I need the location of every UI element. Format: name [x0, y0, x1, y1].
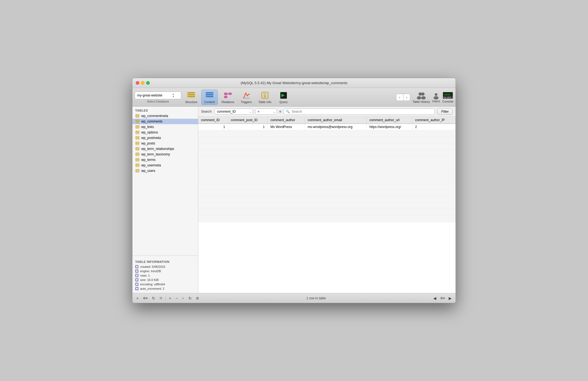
- table-item-wp-posts[interactable]: wp_posts: [132, 141, 198, 146]
- table-item-wp-links[interactable]: wp_links: [132, 124, 198, 130]
- toolbar-btn-triggers[interactable]: Triggers: [238, 90, 255, 105]
- col-header-comment-author-ip[interactable]: comment_author_IP: [412, 117, 456, 124]
- toolbar-right: ‹ › Table History Users: [396, 91, 453, 103]
- nav-left-button[interactable]: ◀: [432, 295, 438, 301]
- svg-rect-10: [224, 96, 227, 98]
- toolbar-btn-content[interactable]: Content: [201, 90, 218, 105]
- app-window: (MySQL 5.5.42) My Great Website/my-great…: [132, 78, 456, 303]
- bottom-divider: [165, 295, 166, 301]
- duplicate-row-button[interactable]: +: [181, 296, 186, 301]
- svg-text:conso: conso: [444, 93, 450, 96]
- svg-point-14: [245, 93, 246, 94]
- table-history-label: Table History: [412, 100, 430, 103]
- table-name-wp-term-taxonomy: wp_term_taxonomy: [141, 152, 170, 156]
- svg-rect-9: [228, 93, 232, 95]
- table-item-wp-comments[interactable]: wp_comments: [132, 119, 198, 124]
- minimize-button[interactable]: [141, 81, 145, 85]
- search-input[interactable]: [284, 108, 435, 115]
- svg-rect-3: [187, 92, 189, 97]
- relations-label: Relations: [222, 100, 234, 104]
- svg-rect-19: [264, 95, 265, 98]
- maximize-button[interactable]: [146, 81, 150, 85]
- remove-row-button[interactable]: −: [174, 295, 179, 301]
- nav-right-button[interactable]: ▶: [447, 295, 453, 301]
- cell-comment-post-id: 1: [228, 124, 268, 130]
- table-row-empty-13: [198, 209, 456, 216]
- table-name-wp-users: wp_users: [141, 169, 155, 173]
- table-name-wp-options: wp_options: [141, 130, 158, 134]
- relations-icon: [224, 91, 232, 100]
- toolbar-btn-tableinfo[interactable]: Table Info: [256, 90, 274, 105]
- table-item-wp-users[interactable]: wp_users: [132, 168, 198, 174]
- table-icon-8: [135, 152, 140, 156]
- search-bar: Search: comment_ID = 🔍 Filter: [198, 107, 456, 117]
- tableinfo-label: Table Info: [258, 100, 272, 104]
- database-selector-wrap: my-great-website ▲▼ Select Database: [135, 92, 181, 103]
- table-row-empty-3: [198, 143, 456, 150]
- content-area: Search: comment_ID = 🔍 Filter: [198, 107, 456, 293]
- svg-rect-7: [206, 92, 207, 97]
- svg-rect-42: [135, 125, 140, 129]
- search-operator-select[interactable]: =: [255, 109, 277, 115]
- refresh-content-button[interactable]: ↻: [187, 295, 193, 301]
- table-row-empty-6: [198, 163, 456, 170]
- back-button[interactable]: ‹: [396, 94, 403, 101]
- svg-point-25: [421, 96, 426, 99]
- info-bullet-icon: [135, 265, 138, 268]
- settings-button[interactable]: ⚙︎▾: [141, 295, 149, 301]
- table-row[interactable]: 1 1 Ms WordPress ms-wrodpress@wordpress.…: [198, 124, 456, 130]
- col-header-comment-id[interactable]: comment_ID: [198, 117, 228, 124]
- info-bullet-icon-6: [135, 287, 138, 290]
- filter-table-button[interactable]: ⊡: [158, 295, 164, 301]
- table-history-btn[interactable]: Table History: [412, 91, 430, 103]
- console-label: Console: [442, 100, 453, 103]
- users-btn[interactable]: Users: [432, 92, 440, 103]
- col-header-comment-author[interactable]: comment_author: [268, 117, 305, 124]
- search-magnify-icon: 🔍: [286, 110, 290, 113]
- refresh-button[interactable]: ↻: [150, 295, 157, 301]
- col-header-comment-author-email[interactable]: comment_author_email: [305, 117, 366, 124]
- tableinfo-icon: [261, 91, 269, 100]
- col-header-comment-author-url[interactable]: comment_author_url: [366, 117, 412, 124]
- nav-arrows: ‹ ›: [396, 94, 410, 101]
- table-row-empty-11: [198, 196, 456, 203]
- table-row-empty-2: [198, 137, 456, 143]
- table-row-empty-10: [198, 189, 456, 196]
- toolbar-btn-structure[interactable]: Structure: [182, 90, 200, 105]
- col-header-comment-post-id[interactable]: comment_post_ID: [228, 117, 268, 124]
- database-selector[interactable]: my-great-website ▲▼: [135, 92, 181, 99]
- table-header-row: comment_ID comment_post_ID comment_autho…: [198, 117, 456, 124]
- table-icon-3: [135, 125, 140, 129]
- svg-rect-77: [135, 163, 140, 167]
- table-item-wp-usermeta[interactable]: wp_usermeta: [132, 163, 198, 168]
- table-item-wp-options[interactable]: wp_options: [132, 130, 198, 135]
- add-table-button[interactable]: +: [135, 295, 140, 301]
- info-bullet-icon-2: [135, 269, 138, 273]
- traffic-lights: [136, 81, 150, 85]
- nav-settings-button[interactable]: ⚙︎▾: [439, 295, 446, 301]
- table-grid-icon: [135, 114, 140, 118]
- info-item-rows: rows: 1: [132, 273, 198, 278]
- table-info-title: TABLE INFORMATION: [132, 258, 198, 265]
- console-btn[interactable]: conso le off Console: [442, 92, 453, 103]
- cell-comment-author: Ms WordPress: [268, 124, 305, 130]
- export-button[interactable]: ⊞: [194, 295, 200, 301]
- search-field-wrap: comment_ID: [214, 109, 253, 115]
- table-item-wp-term-taxonomy[interactable]: wp_term_taxonomy: [132, 152, 198, 157]
- table-item-wp-commentmeta[interactable]: wp_commentmeta: [132, 113, 198, 119]
- toolbar-btn-relations[interactable]: Relations: [219, 90, 237, 105]
- add-row-button[interactable]: +: [167, 295, 173, 301]
- table-name-wp-commentmeta: wp_commentmeta: [141, 114, 168, 118]
- close-button[interactable]: [136, 81, 139, 85]
- window-title: (MySQL 5.5.42) My Great Website/my-great…: [241, 81, 347, 85]
- toolbar-btn-query[interactable]: Query: [275, 90, 292, 105]
- filter-button[interactable]: Filter: [437, 108, 453, 115]
- svg-text:le off: le off: [444, 96, 451, 99]
- table-item-wp-terms[interactable]: wp_terms: [132, 157, 198, 163]
- search-field-select[interactable]: comment_ID: [214, 109, 253, 115]
- forward-button[interactable]: ›: [403, 94, 410, 101]
- table-icon-10: [135, 163, 140, 167]
- table-item-wp-term-relationships[interactable]: wp_term_relationships: [132, 146, 198, 152]
- table-item-wp-postmeta[interactable]: wp_postmeta: [132, 135, 198, 141]
- content-icon: [205, 91, 214, 100]
